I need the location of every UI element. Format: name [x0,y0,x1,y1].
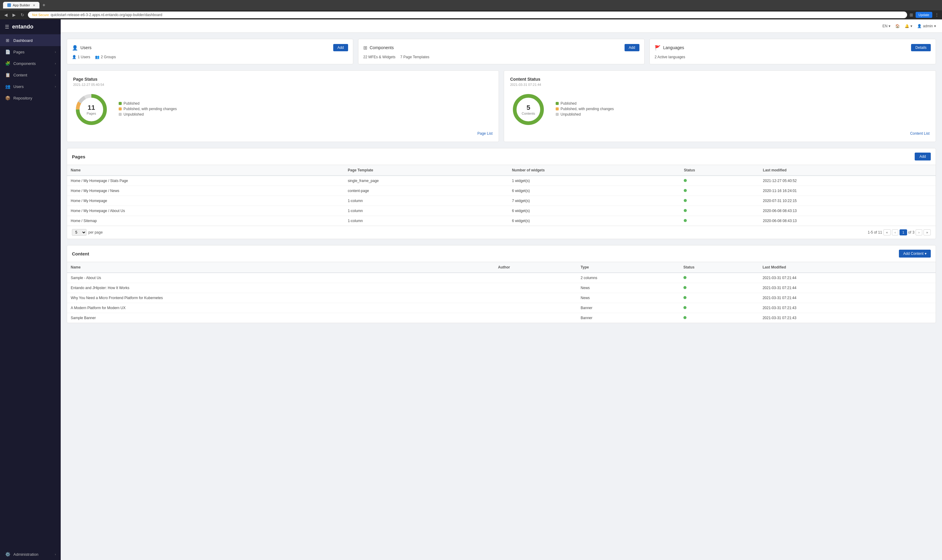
content-col-name: Name [67,262,494,273]
mfes-widgets-link[interactable]: 22 MFEs & Widgets [363,55,396,59]
content-table-title: Content [72,251,89,256]
administration-chevron-icon: › [55,553,56,556]
page-templates-link[interactable]: 7 Page Templates [400,55,429,59]
components-icon: 🧩 [5,61,10,66]
page-donut-chart: 11 Pages [73,91,109,128]
groups-count-link[interactable]: 👥 2 Groups [95,55,115,59]
notifications-chevron-icon: ▾ [910,24,912,28]
page-widgets: 6 widget(s) [508,206,680,216]
sidebar-item-content[interactable]: 📋 Content › [0,69,61,81]
page-name: Home / Sitemap [67,216,344,226]
languages-stat-card: 🚩 Languages Details 2 Active languages [650,39,936,64]
last-page-btn[interactable]: » [924,229,931,235]
per-page-select[interactable]: 5 10 20 [72,229,86,236]
topbar-user[interactable]: 👤 admin ▾ [917,24,936,28]
pages-add-btn[interactable]: Add [915,152,931,160]
new-tab-btn[interactable]: + [41,2,47,9]
sidebar-item-pages[interactable]: 📄 Pages › [0,46,61,58]
sidebar-item-repository[interactable]: 📦 Repository [0,92,61,104]
content-unpublished-label: Unpublished [560,112,581,117]
back-btn[interactable]: ◀ [3,12,9,18]
table-row[interactable]: Home / My Homepage 1-column 7 widget(s) … [67,196,936,206]
forward-btn[interactable]: ▶ [11,12,17,18]
languages-details-btn[interactable]: Details [911,44,931,51]
sidebar-item-components[interactable]: 🧩 Components › [0,58,61,69]
total-pages: 3 [913,230,915,234]
pages-chevron-icon: › [55,50,56,54]
page-modified: 2021-12-27 05:40:52 [759,175,936,186]
users-count-link[interactable]: 👤 1 Users [72,55,90,59]
content-table-body: Sample - About Us 2 columns 2021-03-31 0… [67,273,936,323]
table-row[interactable]: Home / My Homepage / Stats Page single_f… [67,175,936,186]
content-col-author: Author [494,262,577,273]
pages-table-title: Pages [72,154,85,159]
reload-btn[interactable]: ↻ [19,12,26,18]
content-table-head: Name Author Type Status Last Modified [67,262,936,273]
pages-header-row: Name Page Template Number of widgets Sta… [67,165,936,175]
topbar-notifications[interactable]: 🔔 ▾ [905,24,912,28]
components-chevron-icon: › [55,62,56,65]
content-chevron-icon: › [55,74,56,77]
table-row[interactable]: Home / My Homepage / About Us 1-column 6… [67,206,936,216]
sidebar-item-users[interactable]: 👥 Users › [0,81,61,92]
update-btn[interactable]: Update [916,12,932,18]
table-row[interactable]: Sample Banner Banner 2021-03-31 07:21:43 [67,313,936,323]
sidebar-item-administration[interactable]: ⚙️ Administration › [0,548,61,560]
content-status [680,303,759,313]
page-name: Home / My Homepage / Stats Page [67,175,344,186]
components-stat-card: ⊞ Components Add 22 MFEs & Widgets 7 Pag… [358,39,645,64]
page-widgets: 6 widget(s) [508,186,680,196]
topbar-lang[interactable]: EN ▾ [882,24,891,28]
topbar: EN ▾ 🏠 🔔 ▾ 👤 admin ▾ [61,19,942,33]
add-content-btn[interactable]: Add Content ▾ [899,250,931,258]
next-page-btn[interactable]: › [916,229,922,235]
content-modified: 2021-03-31 07:21:43 [759,303,936,313]
users-add-btn[interactable]: Add [333,44,348,51]
sidebar-label-administration: Administration [13,552,52,557]
pages-table-footer: 5 10 20 per page 1-5 of 11 « ‹ 1 of [67,226,936,239]
sidebar-item-dashboard[interactable]: ⊞ Dashboard [0,35,61,46]
topbar-home[interactable]: 🏠 [895,24,900,28]
prev-page-btn[interactable]: ‹ [892,229,899,235]
content-author [494,293,577,303]
components-links: 22 MFEs & Widgets 7 Page Templates [363,55,639,59]
browser-addressbar: ◀ ▶ ↻ Not Secure quickstart-release-e6-3… [0,10,942,19]
languages-title-label: Languages [663,45,684,50]
content-table-header: Content Add Content ▾ [67,245,936,262]
page-status-content: 11 Pages Published [73,91,493,128]
table-row[interactable]: Sample - About Us 2 columns 2021-03-31 0… [67,273,936,283]
users-icon: 👥 [5,84,10,89]
current-page-btn[interactable]: 1 [899,229,907,235]
content-name: Entando and JHipster: How It Works [67,283,494,293]
components-add-btn[interactable]: Add [625,44,639,51]
hamburger-icon[interactable]: ☰ [5,24,9,30]
table-row[interactable]: Entando and JHipster: How It Works News … [67,283,936,293]
pages-col-widgets: Number of widgets [508,165,680,175]
page-pending-label: Published, with pending changes [123,107,177,111]
page-pending-legend: Published, with pending changes [119,107,177,111]
sidebar-label-pages: Pages [13,50,52,54]
content-list-link[interactable]: Content List [510,131,930,135]
page-widgets: 7 widget(s) [508,196,680,206]
address-bar[interactable]: Not Secure quickstart-release-e6-3-2.app… [28,12,907,18]
content-type: News [577,283,679,293]
content-name: Sample - About Us [67,273,494,283]
users-stat-card: 👤 Users Add 👤 1 Users 👥 [67,39,353,64]
table-row[interactable]: Why You Need a Micro Frontend Platform f… [67,293,936,303]
page-published-legend: Published [119,102,177,106]
active-languages-link[interactable]: 2 Active languages [654,55,685,59]
page-template: 1-column [344,196,508,206]
active-tab[interactable]: App Builder ✕ [3,2,40,9]
table-row[interactable]: Home / My Homepage / News content-page 6… [67,186,936,196]
table-row[interactable]: A Modern Platform for Modern UX Banner 2… [67,303,936,313]
table-row[interactable]: Home / Sitemap 1-column 6 widget(s) 2020… [67,216,936,226]
page-list-link[interactable]: Page List [73,131,493,135]
first-page-btn[interactable]: « [884,229,891,235]
content-pending-dot [556,108,559,111]
bell-icon: 🔔 [905,24,909,28]
content-status [680,293,759,303]
tab-close-btn[interactable]: ✕ [33,4,35,7]
sidebar: ☰ entando ⊞ Dashboard 📄 Pages › 🧩 Compon… [0,19,61,560]
charts-row: Page Status 2021-12-27 05:40:54 [67,71,936,142]
menu-icon[interactable]: ⋮ [935,12,939,17]
